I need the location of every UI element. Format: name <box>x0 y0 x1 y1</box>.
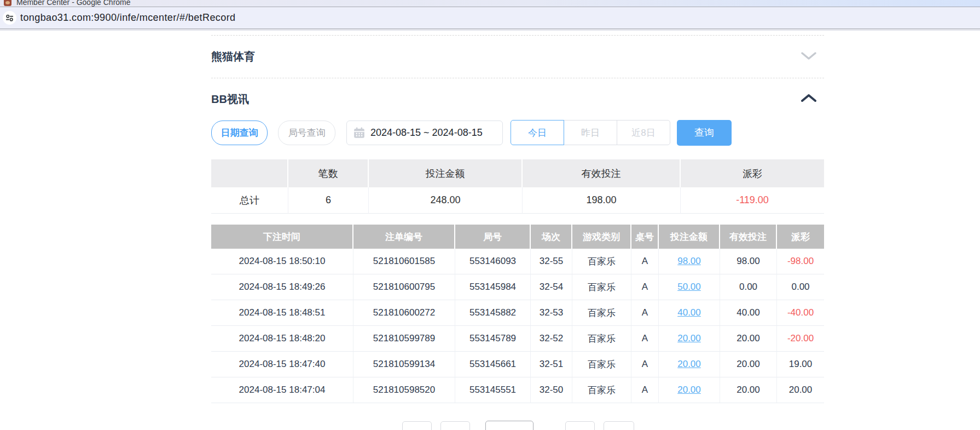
bet-amount-link[interactable]: 20.00 <box>659 326 720 352</box>
table-row: 2024-08-15 18:47:40521810599134553145661… <box>211 352 824 377</box>
section-title-bb: BB视讯 <box>211 92 249 107</box>
col-payout: 派彩 <box>777 225 824 249</box>
summary-total-label: 总计 <box>211 187 288 214</box>
col-bet-time: 下注时间 <box>211 225 353 249</box>
bet-amount-link[interactable]: 20.00 <box>659 377 720 403</box>
valid-bet: 20.00 <box>720 326 777 352</box>
date-range-input[interactable]: 2024-08-15 ~ 2024-08-15 <box>346 121 503 145</box>
session: 32-54 <box>531 274 572 300</box>
session: 32-53 <box>531 300 572 326</box>
chevron-down-icon[interactable] <box>801 52 816 62</box>
session: 32-52 <box>531 326 572 352</box>
table-number: A <box>631 249 659 274</box>
table-row: 2024-08-15 18:50:10521810601585553146093… <box>211 249 824 274</box>
section-panda-sports[interactable]: 熊猫体育 <box>211 36 824 78</box>
payout: -98.00 <box>777 249 824 274</box>
col-round-number: 局号 <box>455 225 531 249</box>
table-number: A <box>631 352 659 377</box>
round-query-button[interactable]: 局号查询 <box>278 121 335 145</box>
bet-amount-link[interactable]: 98.00 <box>659 249 720 274</box>
col-bet-amount: 投注金额 <box>659 225 720 249</box>
valid-bet: 20.00 <box>720 377 777 403</box>
summary-valid-bet: 198.00 <box>523 187 681 214</box>
pagination-next-button[interactable] <box>565 421 595 430</box>
table-number: A <box>631 377 659 403</box>
valid-bet: 20.00 <box>720 352 777 377</box>
summary-header-bet-amount: 投注金额 <box>369 159 523 187</box>
table-row: 2024-08-15 18:48:51521810600272553145882… <box>211 300 824 326</box>
col-session: 场次 <box>531 225 572 249</box>
payout: 19.00 <box>777 352 824 377</box>
section-title-panda: 熊猫体育 <box>211 49 255 64</box>
bet-id: 521810601585 <box>353 249 455 274</box>
calendar-icon <box>353 127 365 139</box>
payout: -40.00 <box>777 300 824 326</box>
site-favicon <box>4 0 11 6</box>
table-number: A <box>631 274 659 300</box>
col-bet-id: 注单编号 <box>353 225 455 249</box>
bet-amount-link[interactable]: 40.00 <box>659 300 720 326</box>
col-table-number: 桌号 <box>631 225 659 249</box>
session: 32-51 <box>531 352 572 377</box>
table-row: 2024-08-15 18:48:20521810599789553145789… <box>211 326 824 352</box>
last-8-days-button[interactable]: 近8日 <box>617 120 670 145</box>
bet-table-header-row: 下注时间 注单编号 局号 场次 游戏类别 桌号 投注金额 有效投注 派彩 <box>211 225 824 249</box>
bet-id: 521810600795 <box>353 274 455 300</box>
search-button[interactable]: 查询 <box>677 120 732 146</box>
payout: -20.00 <box>777 326 824 352</box>
bet-id: 521810598520 <box>353 377 455 403</box>
url-text[interactable]: tongbao31.com:9900/infe/mcenter/#/betRec… <box>20 12 235 24</box>
section-bb-video[interactable]: BB视讯 <box>211 78 824 120</box>
game-type: 百家乐 <box>572 274 631 300</box>
bet-id: 521810600272 <box>353 300 455 326</box>
window-titlebar: Member Center - Google Chrome <box>0 0 980 7</box>
summary-table: 笔数 投注金额 有效投注 派彩 总计 6 248.00 198.00 -119.… <box>211 159 824 214</box>
round-number: 553145789 <box>455 326 531 352</box>
summary-payout: -119.00 <box>681 187 824 214</box>
bet-time: 2024-08-15 18:48:20 <box>211 326 353 352</box>
date-range-value: 2024-08-15 ~ 2024-08-15 <box>370 127 483 139</box>
pagination-size-select[interactable] <box>485 421 534 430</box>
bet-amount-link[interactable]: 20.00 <box>659 352 720 377</box>
round-number: 553145661 <box>455 352 531 377</box>
session: 32-50 <box>531 377 572 403</box>
summary-header-empty <box>211 159 288 187</box>
summary-header-payout: 派彩 <box>681 159 824 187</box>
table-row: 2024-08-15 18:47:04521810598520553145551… <box>211 377 824 403</box>
round-number: 553146093 <box>455 249 531 274</box>
game-type: 百家乐 <box>572 352 631 377</box>
round-number: 553145984 <box>455 274 531 300</box>
pagination-prev-button[interactable] <box>402 421 432 430</box>
col-game-type: 游戏类别 <box>572 225 631 249</box>
game-type: 百家乐 <box>572 326 631 352</box>
table-number: A <box>631 300 659 326</box>
game-type: 百家乐 <box>572 300 631 326</box>
valid-bet: 98.00 <box>720 249 777 274</box>
table-number: A <box>631 326 659 352</box>
today-button[interactable]: 今日 <box>511 120 564 145</box>
address-bar[interactable]: tongbao31.com:9900/infe/mcenter/#/betRec… <box>0 7 980 29</box>
bet-amount-link[interactable]: 50.00 <box>659 274 720 300</box>
col-valid-bet: 有效投注 <box>720 225 777 249</box>
bet-table-body: 2024-08-15 18:50:10521810601585553146093… <box>211 249 824 403</box>
valid-bet: 0.00 <box>720 274 777 300</box>
window-title: Member Center - Google Chrome <box>16 0 131 7</box>
summary-header-count: 笔数 <box>288 159 369 187</box>
summary-count: 6 <box>288 187 369 214</box>
pagination <box>402 421 824 430</box>
pagination-jump-input[interactable] <box>604 421 634 430</box>
bet-id: 521810599134 <box>353 352 455 377</box>
game-type: 百家乐 <box>572 377 631 403</box>
pagination-page-button[interactable] <box>440 421 470 430</box>
payout: 0.00 <box>777 274 824 300</box>
game-type: 百家乐 <box>572 249 631 274</box>
summary-header-valid-bet: 有效投注 <box>523 159 681 187</box>
bet-records-table: 下注时间 注单编号 局号 场次 游戏类别 桌号 投注金额 有效投注 派彩 202… <box>211 225 824 403</box>
table-row: 2024-08-15 18:49:26521810600795553145984… <box>211 274 824 300</box>
round-number: 553145551 <box>455 377 531 403</box>
summary-header-row: 笔数 投注金额 有效投注 派彩 <box>211 159 824 187</box>
yesterday-button[interactable]: 昨日 <box>564 120 617 145</box>
chevron-up-icon[interactable] <box>801 94 816 104</box>
site-settings-icon[interactable] <box>3 11 16 25</box>
date-query-button[interactable]: 日期查询 <box>211 121 268 145</box>
